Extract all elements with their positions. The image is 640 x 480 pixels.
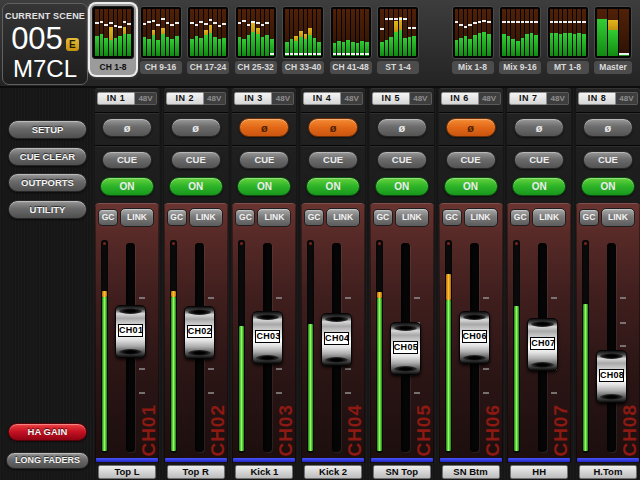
meter-bridge-tab[interactable]: CH 33-40 (280, 4, 326, 75)
fader-cap-label: CH01 (118, 324, 143, 337)
utility-button[interactable]: UTILITY (8, 200, 87, 219)
on-button[interactable]: ON (581, 177, 635, 196)
tab-meter-bar (597, 9, 607, 56)
gain-compensation-button[interactable]: GC (373, 209, 393, 226)
meter-bridge-tab[interactable]: CH 9-16 (138, 4, 184, 75)
phase-button[interactable]: ø (171, 118, 221, 137)
tab-meter-bar (482, 9, 486, 56)
on-button[interactable]: ON (169, 177, 223, 196)
fader-cap[interactable]: CH07 (527, 318, 558, 371)
tab-meter-display (594, 6, 632, 59)
tab-meter-bar (265, 9, 269, 56)
on-button[interactable]: ON (375, 177, 429, 196)
meter-bridge-tab[interactable]: CH 25-32 (233, 4, 279, 75)
tab-meter-bar (573, 9, 577, 56)
tab-meter-display (499, 6, 541, 59)
setup-button[interactable]: SETUP (8, 120, 87, 139)
ha-gain-button[interactable]: HA GAIN (8, 423, 87, 441)
channel-id-vertical: CH05 (413, 404, 435, 457)
on-button[interactable]: ON (306, 177, 360, 196)
tab-meter-bar (399, 9, 403, 56)
cue-button[interactable]: CUE (377, 151, 427, 169)
tab-meter-bar (294, 9, 298, 56)
tab-meter-bar (317, 9, 321, 56)
fader-panel: GC LINK CH04 CH04 (301, 203, 365, 463)
link-button[interactable]: LINK (120, 208, 154, 227)
link-button[interactable]: LINK (601, 208, 635, 227)
outports-button[interactable]: OUTPORTS (8, 173, 87, 192)
tab-meter-bar (534, 9, 538, 56)
gain-compensation-button[interactable]: GC (510, 209, 530, 226)
cue-button[interactable]: CUE (239, 151, 289, 169)
input-patch-row: IN 1 48V (97, 92, 157, 105)
on-button[interactable]: ON (237, 177, 291, 196)
channel-id-vertical: CH03 (275, 404, 297, 457)
fader-cap[interactable]: CH02 (184, 306, 215, 359)
meter-bridge-tab[interactable]: Mix 9-16 (497, 4, 543, 75)
fader-scale-tick (483, 392, 489, 394)
current-scene-panel: CURRENT SCENE 005 E M7CL (2, 3, 88, 85)
on-button[interactable]: ON (100, 177, 154, 196)
meter-bridge-tab[interactable]: MT 1-8 (545, 4, 591, 75)
fader-cap[interactable]: CH04 (321, 313, 352, 366)
channel-name-label: SN Btm (442, 465, 500, 479)
level-meter (445, 240, 452, 453)
tab-meter-bar (270, 9, 274, 56)
gain-compensation-button[interactable]: GC (579, 209, 599, 226)
cue-button[interactable]: CUE (514, 151, 564, 169)
link-button[interactable]: LINK (326, 208, 360, 227)
gain-compensation-button[interactable]: GC (235, 209, 255, 226)
cue-button[interactable]: CUE (102, 151, 152, 169)
gain-compensation-button[interactable]: GC (167, 209, 187, 226)
link-button[interactable]: LINK (189, 208, 223, 227)
phase-button[interactable]: ø (102, 118, 152, 137)
peak-led (378, 242, 381, 245)
meter-bridge-tab[interactable]: Master (592, 4, 634, 75)
link-button[interactable]: LINK (257, 208, 291, 227)
strip-header: IN 5 48V ø CUE ON (370, 88, 434, 203)
link-button[interactable]: LINK (464, 208, 498, 227)
tab-meter-bar (464, 9, 468, 56)
fader-cap[interactable]: CH08 (596, 350, 627, 403)
meter-bridge-tab[interactable]: CH 1-8 (90, 4, 136, 75)
phase-button[interactable]: ø (583, 118, 633, 137)
phase-button[interactable]: ø (446, 118, 496, 137)
cue-button[interactable]: CUE (308, 151, 358, 169)
meter-bridge-tab[interactable]: ST 1-4 (375, 4, 421, 75)
phase-button[interactable]: ø (377, 118, 427, 137)
meter-level-fill (377, 298, 382, 451)
meter-bridge-tab[interactable]: Mix 1-8 (450, 4, 496, 75)
fader-cap[interactable]: CH05 (390, 322, 421, 375)
fader-scale-tick (620, 345, 626, 347)
cue-clear-button[interactable]: CUE CLEAR (8, 147, 87, 166)
tab-meter-display (282, 6, 324, 59)
fader-cap[interactable]: CH03 (252, 311, 283, 364)
gain-compensation-button[interactable]: GC (98, 209, 118, 226)
cue-button[interactable]: CUE (446, 151, 496, 169)
fader-cap[interactable]: CH06 (459, 311, 490, 364)
link-button[interactable]: LINK (395, 208, 429, 227)
meter-bridge-tab[interactable]: CH 41-48 (328, 4, 374, 75)
on-button[interactable]: ON (444, 177, 498, 196)
input-port-label: IN 5 (372, 92, 410, 105)
channel-color-bar (508, 458, 570, 462)
gain-compensation-button[interactable]: GC (304, 209, 324, 226)
phase-button[interactable]: ø (308, 118, 358, 137)
header-divider (232, 112, 296, 113)
link-button[interactable]: LINK (532, 208, 566, 227)
cue-button[interactable]: CUE (583, 151, 633, 169)
cue-button[interactable]: CUE (171, 151, 221, 169)
fader-cap[interactable]: CH01 (115, 305, 146, 358)
phase-button[interactable]: ø (514, 118, 564, 137)
tab-label: CH 41-48 (330, 61, 372, 74)
level-meter (238, 240, 245, 453)
meter-bridge-tab[interactable]: CH 17-24 (185, 4, 231, 75)
phase-button[interactable]: ø (239, 118, 289, 137)
gain-compensation-button[interactable]: GC (442, 209, 462, 226)
header-divider (301, 112, 365, 113)
channel-color-bar (371, 458, 433, 462)
strip-header: IN 8 48V ø CUE ON (576, 88, 640, 203)
tab-meter-bar (285, 9, 289, 56)
long-faders-button[interactable]: LONG FADERS (6, 452, 89, 469)
on-button[interactable]: ON (512, 177, 566, 196)
